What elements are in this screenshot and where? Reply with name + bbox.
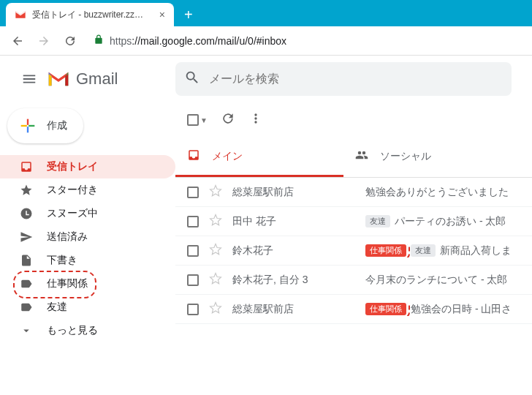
mail-sender: 総菜屋駅前店 (232, 303, 355, 316)
tab-ソーシャル[interactable]: ソーシャル (343, 138, 512, 177)
url-field[interactable]: https://mail.google.com/mail/u/0/#inbox (85, 34, 526, 47)
sidebar-item-友達[interactable]: 友達 (0, 296, 175, 319)
mail-row[interactable]: 総菜屋駅前店 勉強会ありがとうございました (175, 178, 532, 207)
clock-icon (19, 207, 34, 220)
label-icon (19, 301, 34, 314)
mail-sender: 田中 花子 (232, 215, 355, 228)
mail-row[interactable]: 鈴木花子, 自分 3 今月末のランチについて - 太郎 (175, 266, 532, 295)
tab-label: ソーシャル (380, 150, 431, 163)
mail-row[interactable]: 田中 花子友達 パーティのお誘い - 太郎 (175, 207, 532, 236)
sidebar-item-もっと見る[interactable]: もっと見る (0, 319, 175, 342)
new-tab-button[interactable]: + (174, 3, 203, 26)
mail-sender: 総菜屋駅前店 (232, 186, 355, 199)
sidebar-item-label: 下書き (47, 254, 77, 267)
sidebar-item-label: もっと見る (47, 324, 98, 337)
nav-refresh-button[interactable] (58, 29, 82, 53)
label-icon (19, 277, 34, 290)
mail-subject: 仕事関係友達 新商品入荷しま (365, 244, 512, 257)
chevron-down-icon: ▼ (200, 116, 208, 124)
compose-button[interactable]: 作成 (7, 108, 83, 143)
mail-subject: 今月末のランチについて - 太郎 (365, 274, 507, 287)
mail-sender: 鈴木花子 (232, 244, 355, 257)
mail-list: 総菜屋駅前店 勉強会ありがとうございました田中 花子友達 パーティのお誘い - … (175, 178, 532, 395)
main-panel: ▼ メインソーシャル 総菜屋駅前店 勉強会ありがとうございました田中 花子友達 … (175, 56, 532, 395)
star-icon[interactable] (209, 243, 222, 258)
inbox-icon (187, 148, 200, 164)
star-icon[interactable] (209, 214, 222, 229)
sidebar-item-仕事関係[interactable]: 仕事関係 (0, 272, 175, 296)
mail-subject: 友達 パーティのお誘い - 太郎 (365, 215, 506, 228)
sidebar-item-label: 受信トレイ (47, 160, 98, 173)
refresh-button[interactable] (221, 111, 235, 129)
row-checkbox[interactable] (187, 304, 199, 315)
more-button[interactable] (248, 111, 263, 129)
sidebar-item-下書き[interactable]: 下書き (0, 249, 175, 272)
category-tabs: メインソーシャル (175, 138, 532, 178)
sidebar-item-label: 友達 (47, 301, 67, 314)
search-icon (184, 69, 200, 89)
tab-title: 受信トレイ - buzzwriter.zz@gmail. (32, 9, 151, 21)
plus-icon (18, 116, 38, 136)
mail-tag: 仕事関係 (365, 244, 406, 257)
row-checkbox[interactable] (187, 245, 199, 257)
browser-chrome: 受信トレイ - buzzwriter.zz@gmail. × + https:/… (0, 0, 532, 56)
logo-text: Gmail (76, 69, 118, 89)
menu-button[interactable] (12, 71, 47, 87)
tab-strip: 受信トレイ - buzzwriter.zz@gmail. × + (0, 0, 532, 26)
send-icon (19, 230, 34, 244)
row-checkbox[interactable] (187, 274, 199, 286)
app-header: Gmail (0, 56, 532, 102)
star-icon (19, 184, 34, 197)
mail-tag: 友達 (365, 215, 390, 227)
row-checkbox[interactable] (187, 187, 199, 198)
mail-toolbar: ▼ (175, 102, 532, 138)
sidebar-item-受信トレイ[interactable]: 受信トレイ (0, 155, 175, 178)
people-icon (355, 148, 368, 164)
nav-back-button[interactable] (6, 29, 29, 53)
mail-subject: 仕事関係 勉強会の日時 - 山田さ (365, 303, 512, 316)
tab-label: メイン (212, 150, 243, 163)
search-input[interactable] (209, 72, 503, 86)
mail-subject: 勉強会ありがとうございました (365, 186, 509, 199)
select-all-checkbox[interactable]: ▼ (187, 114, 208, 126)
mail-sender: 鈴木花子, 自分 3 (232, 274, 355, 287)
sidebar-item-label: スター付き (47, 184, 98, 197)
close-icon[interactable]: × (159, 9, 165, 20)
gmail-logo-icon (47, 70, 70, 88)
sidebar-item-label: 仕事関係 (47, 277, 88, 290)
nav-forward-button[interactable] (32, 29, 56, 53)
sidebar-item-スター付き[interactable]: スター付き (0, 178, 175, 202)
browser-tab[interactable]: 受信トレイ - buzzwriter.zz@gmail. × (6, 3, 174, 26)
gmail-favicon (15, 9, 26, 20)
inbox-icon (19, 160, 34, 173)
star-icon[interactable] (209, 301, 222, 317)
star-icon[interactable] (209, 184, 222, 200)
mail-tag: 友達 (411, 244, 436, 257)
mail-row[interactable]: 総菜屋駅前店仕事関係 勉強会の日時 - 山田さ (175, 295, 532, 324)
mail-tag: 仕事関係 (365, 303, 406, 315)
app-body: 作成 受信トレイスター付きスヌーズ中送信済み下書き仕事関係友達もっと見る ▼ メ… (0, 56, 532, 395)
chevron-down-icon (19, 324, 34, 337)
sidebar-item-label: スヌーズ中 (47, 207, 98, 220)
compose-label: 作成 (47, 119, 67, 132)
url-text: https://mail.google.com/mail/u/0/#inbox (110, 35, 286, 47)
address-bar: https://mail.google.com/mail/u/0/#inbox (0, 26, 532, 56)
sidebar: 作成 受信トレイスター付きスヌーズ中送信済み下書き仕事関係友達もっと見る (0, 56, 175, 395)
row-checkbox[interactable] (187, 216, 199, 227)
logo[interactable]: Gmail (47, 69, 175, 89)
lock-icon (94, 34, 104, 47)
search-box[interactable] (175, 62, 512, 96)
draft-icon (19, 254, 34, 267)
star-icon[interactable] (209, 272, 222, 287)
sidebar-item-label: 送信済み (47, 230, 88, 244)
sidebar-item-送信済み[interactable]: 送信済み (0, 225, 175, 249)
mail-row[interactable]: 鈴木花子仕事関係友達 新商品入荷しま (175, 236, 532, 266)
tab-メイン[interactable]: メイン (175, 138, 343, 177)
sidebar-item-スヌーズ中[interactable]: スヌーズ中 (0, 202, 175, 225)
